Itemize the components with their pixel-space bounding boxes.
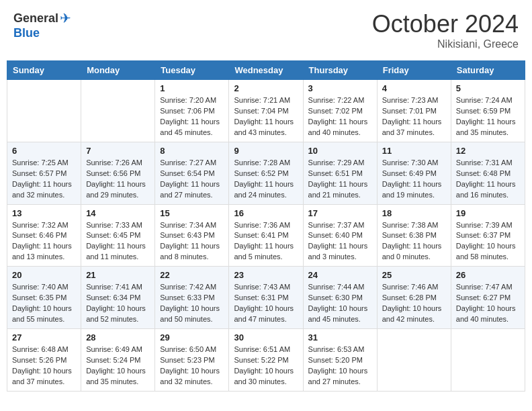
day-number: 27	[12, 332, 76, 342]
day-number: 16	[234, 208, 298, 218]
logo: General ✈ Blue	[13, 10, 71, 40]
day-info: Sunrise: 6:50 AM Sunset: 5:23 PM Dayligh…	[160, 345, 224, 387]
day-info: Sunrise: 7:33 AM Sunset: 6:45 PM Dayligh…	[86, 220, 150, 263]
calendar-cell: 21Sunrise: 7:41 AM Sunset: 6:34 PM Dayli…	[81, 267, 155, 329]
calendar-header: SundayMondayTuesdayWednesdayThursdayFrid…	[7, 61, 525, 80]
day-number: 19	[456, 208, 520, 218]
calendar-cell: 12Sunrise: 7:31 AM Sunset: 6:48 PM Dayli…	[451, 142, 525, 204]
calendar-cell: 22Sunrise: 7:42 AM Sunset: 6:33 PM Dayli…	[155, 267, 229, 329]
day-info: Sunrise: 7:36 AM Sunset: 6:41 PM Dayligh…	[234, 220, 298, 263]
day-number: 26	[456, 270, 520, 280]
day-info: Sunrise: 7:20 AM Sunset: 7:06 PM Dayligh…	[160, 95, 224, 138]
calendar-cell: 11Sunrise: 7:30 AM Sunset: 6:49 PM Dayli…	[377, 142, 451, 204]
day-number: 8	[160, 146, 224, 156]
calendar-week-row: 20Sunrise: 7:40 AM Sunset: 6:35 PM Dayli…	[7, 267, 525, 329]
day-number: 17	[308, 208, 372, 218]
day-number: 23	[234, 270, 298, 280]
day-info: Sunrise: 7:28 AM Sunset: 6:52 PM Dayligh…	[234, 158, 298, 201]
calendar-cell: 18Sunrise: 7:38 AM Sunset: 6:38 PM Dayli…	[377, 204, 451, 267]
logo-general-text: General	[13, 11, 58, 26]
day-info: Sunrise: 7:41 AM Sunset: 6:34 PM Dayligh…	[86, 282, 150, 325]
calendar-cell: 1Sunrise: 7:20 AM Sunset: 7:06 PM Daylig…	[155, 80, 229, 142]
title-area: October 2024 Nikisiani, Greece	[372, 10, 519, 50]
day-number: 15	[160, 208, 224, 218]
calendar-cell: 25Sunrise: 7:46 AM Sunset: 6:28 PM Dayli…	[377, 267, 451, 329]
day-info: Sunrise: 7:30 AM Sunset: 6:49 PM Dayligh…	[382, 158, 446, 201]
calendar-cell: 20Sunrise: 7:40 AM Sunset: 6:35 PM Dayli…	[7, 267, 81, 329]
calendar-cell	[377, 329, 451, 392]
calendar-cell: 15Sunrise: 7:34 AM Sunset: 6:43 PM Dayli…	[155, 204, 229, 267]
day-info: Sunrise: 7:38 AM Sunset: 6:38 PM Dayligh…	[382, 220, 446, 263]
calendar-cell: 17Sunrise: 7:37 AM Sunset: 6:40 PM Dayli…	[303, 204, 377, 267]
calendar-week-row: 6Sunrise: 7:25 AM Sunset: 6:57 PM Daylig…	[7, 142, 525, 204]
day-info: Sunrise: 7:27 AM Sunset: 6:54 PM Dayligh…	[160, 158, 224, 201]
calendar-body: 1Sunrise: 7:20 AM Sunset: 7:06 PM Daylig…	[7, 80, 525, 392]
day-info: Sunrise: 7:37 AM Sunset: 6:40 PM Dayligh…	[308, 220, 372, 263]
day-info: Sunrise: 6:49 AM Sunset: 5:24 PM Dayligh…	[86, 345, 150, 387]
day-info: Sunrise: 6:51 AM Sunset: 5:22 PM Dayligh…	[234, 345, 298, 387]
day-info: Sunrise: 7:44 AM Sunset: 6:30 PM Dayligh…	[308, 282, 372, 325]
day-number: 7	[86, 146, 150, 156]
calendar-week-row: 13Sunrise: 7:32 AM Sunset: 6:46 PM Dayli…	[7, 204, 525, 267]
calendar-cell: 14Sunrise: 7:33 AM Sunset: 6:45 PM Dayli…	[81, 204, 155, 267]
day-info: Sunrise: 7:29 AM Sunset: 6:51 PM Dayligh…	[308, 158, 372, 201]
logo-bird-icon: ✈	[60, 10, 71, 26]
weekday-header: Sunday	[7, 61, 81, 80]
weekday-header: Monday	[81, 61, 155, 80]
day-info: Sunrise: 7:46 AM Sunset: 6:28 PM Dayligh…	[382, 282, 446, 325]
day-number: 4	[382, 83, 446, 93]
day-info: Sunrise: 7:42 AM Sunset: 6:33 PM Dayligh…	[160, 282, 224, 325]
calendar-cell: 24Sunrise: 7:44 AM Sunset: 6:30 PM Dayli…	[303, 267, 377, 329]
day-number: 30	[234, 332, 298, 342]
day-info: Sunrise: 7:25 AM Sunset: 6:57 PM Dayligh…	[12, 158, 76, 201]
calendar-cell: 13Sunrise: 7:32 AM Sunset: 6:46 PM Dayli…	[7, 204, 81, 267]
day-info: Sunrise: 7:24 AM Sunset: 6:59 PM Dayligh…	[456, 95, 520, 138]
day-number: 18	[382, 208, 446, 218]
weekday-header: Thursday	[303, 61, 377, 80]
day-info: Sunrise: 7:40 AM Sunset: 6:35 PM Dayligh…	[12, 282, 76, 325]
day-number: 21	[86, 270, 150, 280]
day-info: Sunrise: 6:48 AM Sunset: 5:26 PM Dayligh…	[12, 345, 76, 387]
day-number: 9	[234, 146, 298, 156]
calendar-table: SundayMondayTuesdayWednesdayThursdayFrid…	[7, 60, 525, 392]
calendar-cell: 26Sunrise: 7:47 AM Sunset: 6:27 PM Dayli…	[451, 267, 525, 329]
day-info: Sunrise: 7:43 AM Sunset: 6:31 PM Dayligh…	[234, 282, 298, 325]
day-info: Sunrise: 7:47 AM Sunset: 6:27 PM Dayligh…	[456, 282, 520, 325]
calendar-cell: 10Sunrise: 7:29 AM Sunset: 6:51 PM Dayli…	[303, 142, 377, 204]
calendar-cell: 4Sunrise: 7:23 AM Sunset: 7:01 PM Daylig…	[377, 80, 451, 142]
weekday-header: Wednesday	[229, 61, 303, 80]
calendar-cell: 8Sunrise: 7:27 AM Sunset: 6:54 PM Daylig…	[155, 142, 229, 204]
day-number: 2	[234, 83, 298, 93]
day-number: 5	[456, 83, 520, 93]
day-number: 31	[308, 332, 372, 342]
day-info: Sunrise: 7:39 AM Sunset: 6:37 PM Dayligh…	[456, 220, 520, 263]
day-number: 11	[382, 146, 446, 156]
calendar-cell: 23Sunrise: 7:43 AM Sunset: 6:31 PM Dayli…	[229, 267, 303, 329]
calendar-cell: 6Sunrise: 7:25 AM Sunset: 6:57 PM Daylig…	[7, 142, 81, 204]
calendar-cell: 28Sunrise: 6:49 AM Sunset: 5:24 PM Dayli…	[81, 329, 155, 392]
calendar-cell: 3Sunrise: 7:22 AM Sunset: 7:02 PM Daylig…	[303, 80, 377, 142]
month-title: October 2024	[372, 10, 519, 38]
day-info: Sunrise: 7:32 AM Sunset: 6:46 PM Dayligh…	[12, 220, 76, 263]
calendar-cell: 30Sunrise: 6:51 AM Sunset: 5:22 PM Dayli…	[229, 329, 303, 392]
day-number: 29	[160, 332, 224, 342]
day-number: 10	[308, 146, 372, 156]
calendar-cell	[81, 80, 155, 142]
day-info: Sunrise: 7:23 AM Sunset: 7:01 PM Dayligh…	[382, 95, 446, 138]
calendar-cell: 7Sunrise: 7:26 AM Sunset: 6:56 PM Daylig…	[81, 142, 155, 204]
weekday-header: Tuesday	[155, 61, 229, 80]
day-info: Sunrise: 7:31 AM Sunset: 6:48 PM Dayligh…	[456, 158, 520, 201]
day-number: 13	[12, 208, 76, 218]
weekday-header: Saturday	[451, 61, 525, 80]
calendar-week-row: 1Sunrise: 7:20 AM Sunset: 7:06 PM Daylig…	[7, 80, 525, 142]
day-info: Sunrise: 7:34 AM Sunset: 6:43 PM Dayligh…	[160, 220, 224, 263]
calendar-cell	[7, 80, 81, 142]
calendar-cell: 9Sunrise: 7:28 AM Sunset: 6:52 PM Daylig…	[229, 142, 303, 204]
day-number: 3	[308, 83, 372, 93]
calendar-cell: 16Sunrise: 7:36 AM Sunset: 6:41 PM Dayli…	[229, 204, 303, 267]
day-info: Sunrise: 7:21 AM Sunset: 7:04 PM Dayligh…	[234, 95, 298, 138]
day-number: 25	[382, 270, 446, 280]
day-number: 6	[12, 146, 76, 156]
calendar-cell	[451, 329, 525, 392]
day-number: 28	[86, 332, 150, 342]
